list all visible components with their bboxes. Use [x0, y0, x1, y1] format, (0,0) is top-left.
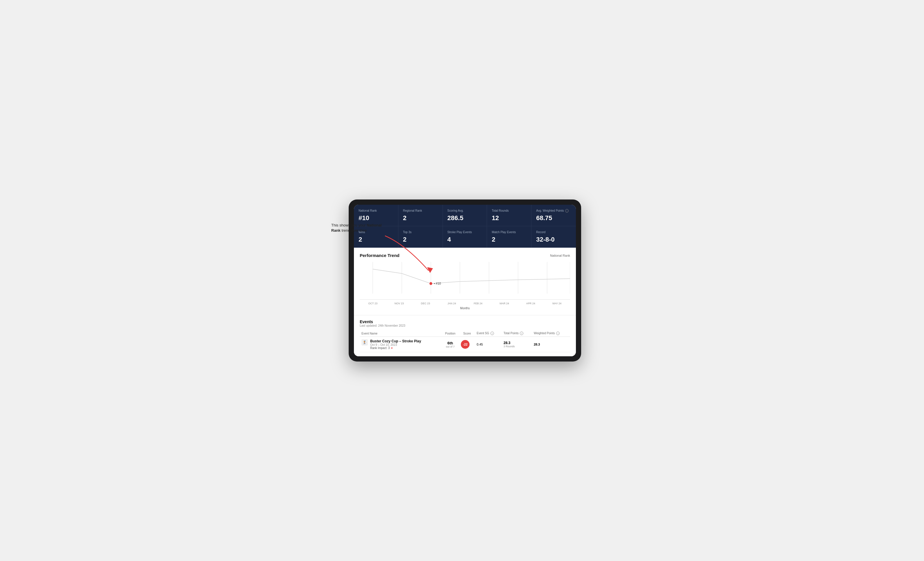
annotation-text-after: trend over time [340, 228, 367, 233]
stat-national-rank-value: #10 [358, 214, 393, 222]
rank-impact-arrow-icon: ▼ [390, 347, 393, 350]
month-apr24: APR 24 [518, 302, 544, 305]
score-cell: -22 [459, 337, 475, 352]
table-row: 🏌 Buster Cozy Cup – Stroke Play Oct 9 – … [360, 337, 570, 352]
stat-stroke-play-label: Stroke Play Events [447, 230, 482, 234]
total-points-sub: 3 Rounds [504, 345, 530, 348]
stat-top3s-value: 2 [403, 236, 438, 243]
performance-chart: • #10 [360, 262, 570, 299]
chart-area: • #10 [360, 262, 570, 300]
stat-match-play-value: 2 [492, 236, 526, 243]
data-point-label: • #10 [434, 282, 441, 285]
month-dec23: DEC 23 [412, 302, 439, 305]
stat-regional-rank-label: Regional Rank [403, 209, 438, 212]
weighted-points-value: 28.3 [534, 343, 540, 346]
month-jan24: JAN 24 [439, 302, 465, 305]
stat-total-rounds-label: Total Rounds [492, 209, 526, 212]
position-sub: out of 7 [443, 345, 458, 348]
performance-header: Performance Trend National Rank [360, 253, 570, 258]
event-sg-cell: 0.45 [475, 337, 502, 352]
stat-record: Record 32-8-0 [531, 226, 576, 247]
stat-avg-weighted-label: Avg. Weighted Points i [536, 209, 571, 212]
score-badge: -22 [461, 340, 470, 349]
performance-section: Performance Trend National Rank [354, 248, 576, 315]
info-icon-weighted-points: i [556, 332, 560, 335]
info-icon-avg-weighted: i [565, 209, 568, 212]
total-points-value: 28.3 [504, 341, 530, 345]
info-icon-total-points: i [520, 332, 523, 335]
th-event-name: Event Name [360, 330, 441, 337]
th-weighted-points: Weighted Points i [532, 330, 570, 337]
events-section: Events Last updated: 24th November 2023 … [354, 315, 576, 356]
stat-scoring-avg-label: Scoring Avg. [447, 209, 482, 212]
weighted-points-cell: 28.3 [532, 337, 570, 352]
stat-stroke-play: Stroke Play Events 4 [443, 226, 487, 247]
rank-impact-text: Rank Impact: 3 [370, 346, 390, 350]
stat-regional-rank-value: 2 [403, 214, 438, 222]
performance-label: National Rank [550, 254, 570, 257]
stat-top3s-label: Top 3s [403, 230, 438, 234]
month-mar24: MAR 24 [491, 302, 518, 305]
events-table-body: 🏌 Buster Cozy Cup – Stroke Play Oct 9 – … [360, 337, 570, 352]
event-details: Buster Cozy Cup – Stroke Play Oct 9 – Oc… [370, 339, 421, 350]
info-icon-event-sg: i [490, 332, 494, 335]
stat-record-value: 32-8-0 [536, 236, 571, 243]
scene: This shows you your National Rank trend … [331, 188, 593, 373]
month-feb24: FEB 24 [465, 302, 491, 305]
th-score: Score [459, 330, 475, 337]
stat-avg-weighted-value: 68.75 [536, 214, 571, 222]
position-main: 6th [443, 341, 458, 345]
stat-wins-value: 2 [358, 236, 393, 243]
stat-top3s: Top 3s 2 [398, 226, 443, 247]
event-name-cell: 🏌 Buster Cozy Cup – Stroke Play Oct 9 – … [360, 337, 441, 352]
stat-avg-weighted: Avg. Weighted Points i 68.75 [531, 205, 576, 226]
th-event-sg: Event SG i [475, 330, 502, 337]
rank-impact: Rank Impact: 3 ▼ [370, 346, 421, 350]
stat-total-rounds: Total Rounds 12 [487, 205, 531, 226]
events-table-header: Event Name Position Score Event SG i Tot… [360, 330, 570, 337]
event-icon: 🏌 [362, 339, 368, 346]
stat-national-rank-label: National Rank [358, 209, 393, 212]
performance-title: Performance Trend [360, 253, 399, 258]
stat-scoring-avg: Scoring Avg. 286.5 [443, 205, 487, 226]
stat-match-play: Match Play Events 2 [487, 226, 531, 247]
stat-total-rounds-value: 12 [492, 214, 526, 222]
stat-match-play-label: Match Play Events [492, 230, 526, 234]
month-may24: MAY 24 [544, 302, 570, 305]
total-points-cell: 28.3 3 Rounds [502, 337, 532, 352]
month-oct23: OCT 23 [360, 302, 386, 305]
events-header-row: Event Name Position Score Event SG i Tot… [360, 330, 570, 337]
events-last-updated: Last updated: 24th November 2023 [360, 324, 570, 327]
event-name: Buster Cozy Cup – Stroke Play [370, 339, 421, 343]
annotation-text-before: This shows you your [331, 223, 367, 227]
stat-scoring-avg-value: 286.5 [447, 214, 482, 222]
stat-regional-rank: Regional Rank 2 [398, 205, 443, 226]
month-nov23: NOV 23 [386, 302, 412, 305]
chart-months: OCT 23 NOV 23 DEC 23 JAN 24 FEB 24 MAR 2… [360, 301, 570, 305]
annotation: This shows you your National Rank trend … [331, 223, 389, 233]
th-total-points: Total Points i [502, 330, 532, 337]
events-table: Event Name Position Score Event SG i Tot… [360, 330, 570, 352]
chart-x-axis-label: Months [360, 307, 570, 310]
th-position: Position [441, 330, 459, 337]
stat-stroke-play-value: 4 [447, 236, 482, 243]
events-title: Events [360, 319, 570, 324]
position-cell: 6th out of 7 [441, 337, 459, 352]
event-date: Oct 9 – Oct 10, 2023 [370, 343, 421, 346]
data-point [429, 282, 432, 285]
stat-record-label: Record [536, 230, 571, 234]
